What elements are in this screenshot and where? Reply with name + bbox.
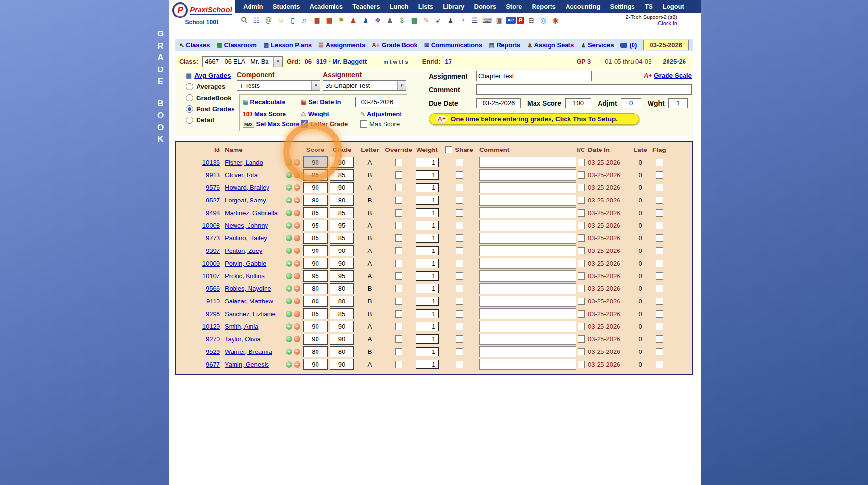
share-checkbox[interactable] — [456, 335, 463, 343]
student-id-link[interactable]: 9270 — [206, 335, 220, 343]
flag-checkbox[interactable] — [656, 298, 663, 305]
wght-input[interactable] — [668, 98, 688, 108]
ic-checkbox[interactable] — [578, 335, 585, 343]
grade-input[interactable] — [330, 296, 354, 307]
score-input[interactable] — [303, 157, 328, 168]
weight-input[interactable] — [416, 309, 439, 318]
comment-input[interactable] — [479, 359, 576, 370]
grade-input[interactable] — [330, 220, 354, 231]
radio-button[interactable] — [186, 94, 193, 101]
weight-input[interactable] — [416, 208, 439, 217]
increment-score-button[interactable]: + — [286, 349, 292, 355]
score-input[interactable] — [303, 207, 328, 218]
decrement-score-button[interactable]: − — [294, 210, 300, 216]
share-checkbox[interactable] — [456, 209, 463, 217]
letter-grade-label[interactable]: Letter Grade — [310, 120, 348, 128]
comment-input[interactable] — [479, 220, 576, 231]
decrement-score-button[interactable]: − — [294, 349, 300, 355]
grade-input[interactable] — [330, 207, 354, 218]
score-input[interactable] — [303, 346, 328, 357]
override-checkbox[interactable] — [395, 197, 402, 204]
decrement-score-button[interactable]: − — [294, 260, 300, 267]
student-id-link[interactable]: 10129 — [202, 323, 220, 330]
grade-input[interactable] — [330, 346, 354, 357]
weight-input[interactable] — [416, 347, 439, 356]
grade-input[interactable] — [330, 245, 354, 256]
smiley-icon[interactable]: ☺ — [275, 15, 286, 25]
nav-communications[interactable]: ✉ Communications — [424, 41, 483, 49]
increment-score-button[interactable]: + — [286, 285, 292, 292]
increment-score-button[interactable]: + — [286, 210, 292, 216]
card-printer-icon[interactable]: ▣ — [494, 15, 504, 25]
weight-input[interactable] — [416, 221, 439, 230]
nav-services[interactable]: ♟ Services — [581, 41, 614, 49]
student-name-link[interactable]: Robles, Naydine — [225, 285, 271, 292]
decrement-score-button[interactable]: − — [294, 172, 300, 178]
view-option-label[interactable]: Averages — [196, 83, 225, 90]
share-checkbox[interactable] — [456, 272, 463, 280]
ic-checkbox[interactable] — [578, 298, 585, 305]
cash-icon[interactable]: $ — [397, 15, 407, 25]
student-name-link[interactable]: Martinez, Gabriella — [225, 209, 278, 217]
ic-checkbox[interactable] — [578, 323, 585, 330]
grade-input[interactable] — [330, 195, 354, 206]
weight-input[interactable] — [416, 322, 439, 331]
message-count-link[interactable]: (0) — [629, 41, 637, 49]
ic-checkbox[interactable] — [578, 310, 585, 318]
adjmt-input[interactable] — [621, 98, 641, 108]
student-id-link[interactable]: 9110 — [206, 298, 220, 305]
flag-checkbox[interactable] — [656, 310, 663, 318]
assignment-select[interactable]: 35-Chapter Test ▼ — [323, 80, 406, 91]
override-checkbox[interactable] — [395, 285, 402, 292]
top-nav-item[interactable]: Lunch — [390, 3, 409, 10]
comment-input[interactable] — [479, 207, 576, 218]
share-checkbox[interactable] — [456, 184, 463, 191]
radio-button[interactable] — [186, 105, 193, 113]
flag-checkbox[interactable] — [656, 159, 663, 166]
student-id-link[interactable]: 9677 — [206, 361, 220, 368]
weight-link[interactable]: Weight — [308, 110, 329, 117]
speaker-icon[interactable]: ♬ — [300, 15, 310, 25]
score-input[interactable] — [303, 220, 328, 231]
nav-classroom[interactable]: ▦ Classroom — [217, 41, 257, 49]
decrement-score-button[interactable]: − — [294, 285, 300, 292]
disc-icon[interactable]: ◎ — [538, 15, 549, 25]
override-checkbox[interactable] — [395, 260, 402, 267]
decrement-score-button[interactable]: − — [294, 235, 300, 241]
student-name-link[interactable]: Fisher, Lando — [225, 159, 263, 166]
radio-button[interactable] — [186, 117, 193, 124]
nav-lesson-plans[interactable]: ▥ Lesson Plans — [264, 41, 312, 49]
student-id-link[interactable]: 10008 — [202, 222, 220, 229]
assignment-comment-input[interactable] — [476, 84, 692, 95]
grade-input[interactable] — [330, 157, 354, 168]
weight-input[interactable] — [416, 246, 439, 255]
score-input[interactable] — [303, 233, 328, 244]
override-checkbox[interactable] — [395, 348, 402, 355]
weight-input[interactable] — [416, 259, 439, 268]
class-select[interactable]: 4667 - 06 ELA - Mr. Ba ▼ — [202, 56, 283, 67]
increment-score-button[interactable]: + — [286, 298, 292, 304]
ic-checkbox[interactable] — [578, 234, 585, 242]
comment-input[interactable] — [479, 157, 576, 168]
calendar-remove-icon[interactable]: ▦ — [324, 15, 334, 25]
date-in-input[interactable] — [355, 97, 399, 107]
pdf-icon[interactable]: P — [517, 17, 524, 24]
student-id-link[interactable]: 9397 — [206, 247, 220, 254]
increment-score-button[interactable]: + — [286, 222, 292, 229]
due-date-input[interactable] — [476, 98, 521, 108]
override-checkbox[interactable] — [395, 335, 402, 343]
email-at-icon[interactable]: @ — [263, 15, 274, 25]
top-nav-item[interactable]: Students — [273, 3, 300, 10]
score-input[interactable] — [303, 334, 328, 345]
top-nav-item[interactable]: Library — [443, 3, 464, 10]
increment-score-button[interactable]: + — [286, 311, 292, 317]
score-input[interactable] — [303, 169, 328, 181]
student-id-link[interactable]: 9913 — [206, 171, 220, 179]
student-name-link[interactable]: Salazar, Matthew — [225, 298, 273, 305]
share-checkbox[interactable] — [456, 298, 463, 305]
increment-score-button[interactable]: + — [286, 361, 292, 368]
avg-grades-link[interactable]: Avg Grades — [194, 72, 231, 79]
comment-input[interactable] — [479, 169, 576, 181]
override-checkbox[interactable] — [395, 171, 402, 179]
nav-assign-seats[interactable]: ♟ Assign Seats — [527, 41, 574, 49]
